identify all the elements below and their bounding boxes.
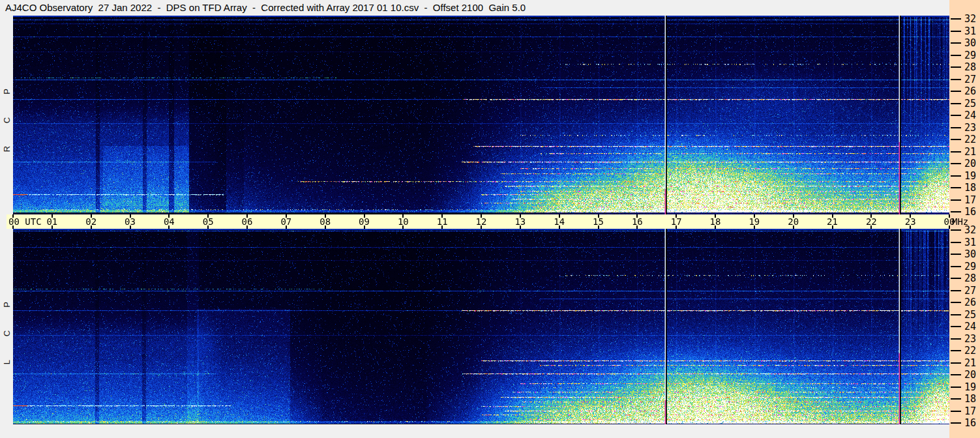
hour-label: 21 xyxy=(827,216,838,227)
freq-tick xyxy=(951,187,961,188)
freq-tick xyxy=(951,55,961,56)
freq-tick xyxy=(951,66,961,68)
freq-tick xyxy=(951,314,961,315)
polarization-letter-rcp: C xyxy=(2,115,12,126)
hour-label: 09 xyxy=(359,216,370,227)
hour-label: 20 xyxy=(788,216,799,227)
polarization-letter-lcp: P xyxy=(2,299,12,311)
freq-tick xyxy=(951,278,961,279)
freq-label: 28 xyxy=(964,62,976,72)
polarization-letter-lcp: L xyxy=(2,357,12,368)
freq-tick xyxy=(951,398,961,400)
freq-tick xyxy=(951,326,961,327)
freq-label: 22 xyxy=(964,134,976,145)
hour-label: 03 xyxy=(125,216,136,227)
freq-tick xyxy=(951,91,961,92)
freq-tick xyxy=(951,175,961,177)
freq-tick xyxy=(951,199,961,201)
freq-label: 30 xyxy=(964,249,976,259)
hour-label: 07 xyxy=(280,216,291,227)
polarization-letter-rcp: R xyxy=(2,143,12,155)
freq-tick xyxy=(951,242,961,243)
hour-label: 05 xyxy=(203,216,214,227)
time-axis-bar: 00 UTC0102030405060708091011121314151617… xyxy=(7,214,949,229)
freq-tick xyxy=(951,387,961,388)
hour-label: 19 xyxy=(749,216,760,227)
freq-label: 32 xyxy=(964,14,976,24)
freq-label: 29 xyxy=(964,261,976,272)
freq-label: 25 xyxy=(964,98,976,109)
freq-tick xyxy=(951,290,961,291)
freq-tick xyxy=(951,139,961,140)
dps-spectrogram-page: { "window": { "title": "AJ4CO Observator… xyxy=(0,0,980,438)
freq-tick xyxy=(951,374,961,375)
freq-label: 31 xyxy=(964,26,976,36)
freq-tick xyxy=(951,115,961,116)
freq-tick xyxy=(951,362,961,364)
hour-label: 10 xyxy=(398,216,409,227)
freq-tick xyxy=(951,350,961,351)
freq-tick xyxy=(951,103,961,104)
freq-label: 22 xyxy=(964,345,976,356)
hour-label: 17 xyxy=(671,216,682,227)
hour-label: 18 xyxy=(710,216,721,227)
freq-tick xyxy=(951,18,961,20)
freq-label: 30 xyxy=(964,38,976,48)
hour-label: 08 xyxy=(319,216,331,227)
hour-label: 04 xyxy=(164,216,175,227)
freq-tick xyxy=(951,79,961,80)
hour-label: 02 xyxy=(85,216,97,227)
freq-label: 27 xyxy=(964,285,976,296)
hour-label: 14 xyxy=(554,216,565,227)
freq-label: 21 xyxy=(964,358,976,368)
rcp-spectrogram xyxy=(13,16,949,215)
mhz-unit-label: MHz xyxy=(952,216,968,227)
hour-label: 22 xyxy=(866,216,877,227)
hour-label: 15 xyxy=(593,216,604,227)
freq-label: 26 xyxy=(964,297,976,308)
freq-label: 17 xyxy=(964,195,976,205)
freq-tick xyxy=(951,151,961,153)
freq-tick xyxy=(951,31,961,32)
freq-label: 23 xyxy=(964,334,976,344)
freq-label: 25 xyxy=(964,310,976,320)
freq-tick xyxy=(951,42,961,44)
hour-label: 06 xyxy=(242,216,253,227)
freq-label: 19 xyxy=(964,171,976,181)
freq-label: 19 xyxy=(964,382,976,392)
freq-label: 28 xyxy=(964,273,976,284)
polarization-letter-rcp: P xyxy=(2,86,12,98)
hour-label: 12 xyxy=(476,216,487,227)
freq-tick xyxy=(951,302,961,303)
freq-label: 18 xyxy=(964,182,976,193)
lcp-spectrogram xyxy=(13,229,949,424)
freq-tick xyxy=(951,422,961,424)
freq-tick xyxy=(951,266,961,267)
freq-label: 23 xyxy=(964,123,976,133)
freq-tick xyxy=(951,211,961,212)
freq-label: 21 xyxy=(964,147,976,157)
freq-label: 24 xyxy=(964,321,976,332)
observation-title: AJ4CO Observatory 27 Jan 2022 - DPS on T… xyxy=(5,1,526,14)
freq-label: 31 xyxy=(964,237,976,248)
hour-label: 23 xyxy=(905,216,916,227)
freq-label: 24 xyxy=(964,110,976,121)
hour-label: 11 xyxy=(437,216,448,227)
hour-label: 01 xyxy=(46,216,57,227)
freq-tick xyxy=(951,163,961,164)
freq-tick xyxy=(951,127,961,128)
freq-label: 17 xyxy=(964,406,976,416)
polarization-letter-lcp: C xyxy=(2,328,12,340)
hour-label: 16 xyxy=(632,216,643,227)
freq-label: 16 xyxy=(964,207,976,217)
hour-label-00utc: 00 UTC xyxy=(8,216,42,227)
freq-label: 29 xyxy=(964,50,976,61)
freq-label: 27 xyxy=(964,74,976,85)
freq-tick xyxy=(951,229,961,231)
hour-label: 13 xyxy=(514,216,526,227)
freq-label: 18 xyxy=(964,394,976,404)
freq-tick xyxy=(951,338,961,340)
freq-tick xyxy=(951,254,961,255)
freq-label: 26 xyxy=(964,86,976,96)
freq-tick xyxy=(951,411,961,412)
